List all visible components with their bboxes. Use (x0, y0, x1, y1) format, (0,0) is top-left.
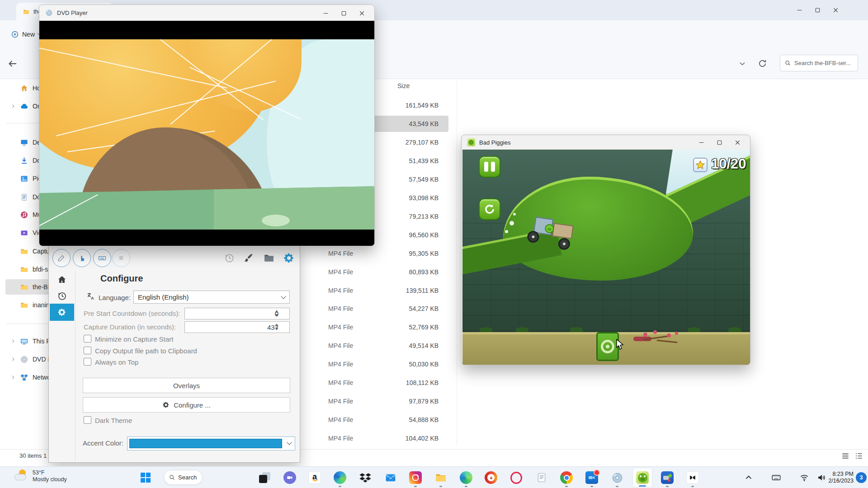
checkbox-2[interactable] (84, 358, 91, 366)
keyboard-icon (98, 253, 107, 263)
tray-keyboard-icon[interactable] (771, 473, 781, 483)
taskbar-app-explorer[interactable] (431, 468, 451, 488)
tray-chevron-up-icon[interactable] (744, 473, 754, 483)
explorer-window-controls (790, 2, 844, 18)
taskbar-app-edge-green[interactable] (456, 468, 476, 488)
webcam-button[interactable] (112, 249, 130, 267)
taskbar-app-notepad[interactable] (532, 468, 552, 488)
close-button[interactable] (826, 2, 844, 18)
folder-tab-icon (23, 8, 30, 15)
language-select[interactable]: English (English) (133, 291, 290, 304)
taskbar-app-chrome[interactable] (557, 468, 576, 488)
file-type: MP4 File (328, 245, 353, 262)
search-box[interactable]: Search the-BFB-ser... (780, 55, 858, 71)
explorer-icon (434, 471, 447, 484)
restart-button[interactable] (479, 198, 500, 220)
taskbar-app-recorder[interactable] (582, 468, 602, 488)
address-dropdown-icon[interactable] (738, 59, 747, 68)
tray-wifi-icon[interactable] (799, 473, 809, 483)
checkbox-1[interactable] (84, 347, 91, 354)
chevron-right-icon[interactable] (10, 103, 16, 109)
recent-tab[interactable] (57, 291, 67, 301)
tray-volume-icon[interactable] (816, 473, 826, 483)
spinner-control[interactable] (275, 324, 278, 330)
minimize-button[interactable] (316, 5, 335, 21)
home-tab[interactable] (57, 274, 67, 285)
taskbar-app-amazon[interactable]: a (305, 468, 325, 488)
overlays-label: Overlays (173, 382, 200, 389)
file-row[interactable]: MP4 File 108,112 KB (316, 375, 448, 391)
checkbox-0[interactable] (84, 335, 91, 343)
maximize-button[interactable] (335, 5, 353, 21)
cursor-toggle-button[interactable] (52, 249, 71, 267)
mouse-cursor (616, 339, 626, 351)
taskbar-app-task-view[interactable] (255, 468, 274, 488)
overlays-button[interactable]: Overlays (83, 378, 290, 393)
weather-widget[interactable]: 53°F Mostly cloudy (14, 469, 67, 484)
chevron-right-icon[interactable] (10, 356, 16, 362)
dark-theme-label: Dark Theme (95, 417, 132, 424)
spinner-control[interactable] (275, 310, 278, 317)
file-row[interactable]: MP4 File 49,514 KB (316, 338, 448, 354)
start-button[interactable] (137, 469, 154, 486)
chevron-right-icon[interactable] (10, 374, 16, 380)
taskbar-app-mail[interactable] (381, 468, 401, 488)
file-row[interactable]: MP4 File 54,888 KB (316, 412, 448, 428)
duration-input[interactable]: 437 (184, 321, 290, 333)
file-row[interactable]: MP4 File 80,893 KB (316, 264, 448, 280)
taskbar-app-instagram[interactable] (406, 468, 425, 488)
taskbar-app-bad-piggies[interactable] (632, 468, 652, 488)
minimize-button[interactable] (692, 135, 710, 150)
output-folder-button[interactable] (263, 252, 275, 264)
refresh-button[interactable] (758, 59, 767, 68)
keystrokes-toggle-button[interactable] (93, 249, 111, 267)
file-row[interactable]: MP4 File 54,227 KB (316, 300, 448, 317)
maximize-button[interactable] (808, 2, 826, 18)
video-screen[interactable] (39, 21, 374, 246)
taskbar-app-zoom[interactable] (280, 468, 300, 488)
taskbar-app-blue-pig[interactable] (657, 468, 677, 488)
file-row[interactable]: MP4 File 139,511 KB (316, 282, 448, 299)
back-button[interactable] (7, 58, 18, 69)
dvd-player-icon (611, 471, 623, 484)
details-view-button[interactable] (854, 451, 863, 460)
taskbar-app-dropbox[interactable] (355, 468, 375, 488)
close-button[interactable] (353, 5, 371, 21)
file-row[interactable]: MP4 File 95,305 KB (316, 245, 448, 262)
settings-tab[interactable] (50, 304, 74, 321)
file-size: 108,112 KB (406, 375, 439, 391)
file-row[interactable]: MP4 File 104,402 KB (316, 430, 448, 446)
taskbar-search[interactable]: Search (164, 470, 203, 485)
file-type: MP4 File (328, 430, 353, 446)
language-label: Language: (99, 294, 131, 301)
accent-color-select[interactable] (127, 436, 295, 450)
dark-theme-checkbox[interactable] (84, 416, 91, 424)
clicks-toggle-button[interactable] (73, 249, 91, 267)
maximize-button[interactable] (710, 135, 728, 150)
size-column-header[interactable]: Size (397, 82, 410, 89)
tray-clock[interactable]: 8:23 PM 2/16/2023 (827, 471, 854, 484)
svg-text:A: A (91, 296, 94, 300)
taskbar-app-edge[interactable] (330, 468, 350, 488)
taskbar-app-opera[interactable] (506, 468, 526, 488)
notification-badge[interactable]: 3 (856, 472, 867, 483)
list-view-button[interactable] (841, 451, 850, 460)
file-row[interactable]: MP4 File 50,030 KB (316, 356, 448, 372)
game-viewport[interactable]: 10/20 (462, 150, 750, 365)
minimize-button[interactable] (790, 2, 808, 18)
pause-button[interactable] (479, 156, 500, 178)
pre-start-input[interactable]: 0 (184, 308, 290, 319)
close-button[interactable] (728, 135, 746, 150)
settings-gear-button[interactable] (283, 252, 295, 264)
new-button[interactable]: New (11, 26, 41, 42)
dvd-drive-icon (20, 355, 28, 364)
taskbar-app-dvd-player[interactable] (607, 468, 627, 488)
configure-button[interactable]: Configure ... (83, 397, 290, 413)
brush-tools-button[interactable] (242, 252, 254, 264)
chevron-right-icon[interactable] (10, 338, 16, 344)
taskbar-app-capcut[interactable] (683, 468, 703, 488)
file-row[interactable]: MP4 File 52,769 KB (316, 319, 448, 335)
file-row[interactable]: MP4 File 97,879 KB (316, 393, 448, 409)
taskbar-app-lockapp[interactable] (481, 468, 501, 488)
pictures-icon (20, 174, 28, 183)
